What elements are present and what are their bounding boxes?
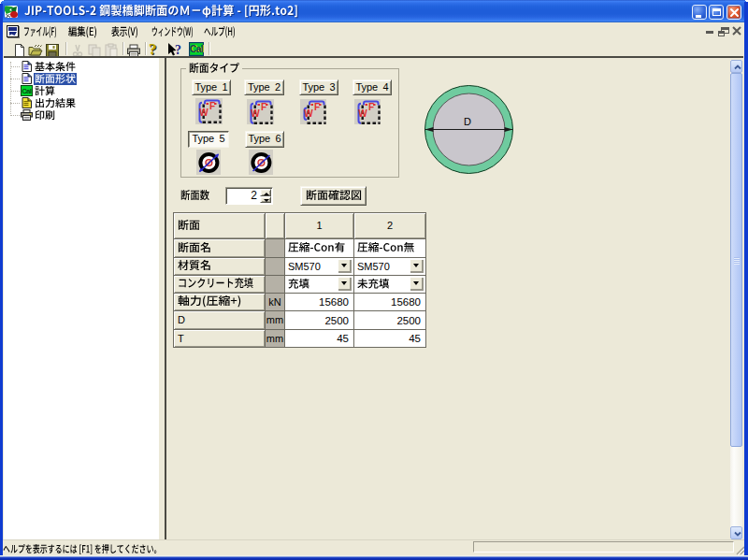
- svg-text:F: F: [209, 101, 215, 111]
- svg-text:D: D: [464, 116, 471, 127]
- svg-text:W: W: [358, 108, 367, 119]
- svg-text:F: F: [368, 102, 374, 112]
- svg-text:W: W: [199, 108, 209, 118]
- svg-text:W: W: [251, 108, 260, 119]
- svg-text:F: F: [314, 102, 320, 112]
- svg-text:?: ?: [175, 43, 181, 57]
- svg-text:F: F: [261, 102, 266, 112]
- svg-text:W: W: [304, 108, 313, 119]
